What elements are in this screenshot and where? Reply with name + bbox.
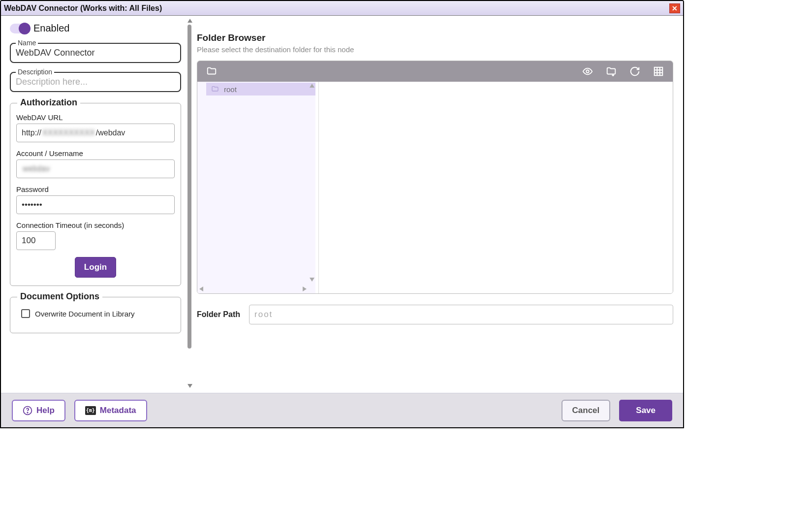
webdav-url-label: WebDAV URL (16, 113, 175, 122)
tree-scroll-up-icon (310, 84, 314, 88)
username-value: webdav (23, 164, 50, 173)
webdav-url-field: WebDAV URL http:// XXXXXXXXXX /webdav (16, 113, 175, 142)
browser-toolbar (197, 61, 673, 82)
cancel-label: Cancel (572, 406, 600, 415)
toggle-knob (19, 23, 31, 34)
url-redacted: XXXXXXXXXX (42, 128, 95, 137)
folder-browser-subtitle: Please select the destination folder for… (197, 45, 673, 54)
svg-point-2 (27, 412, 28, 413)
password-label: Password (16, 185, 175, 193)
tree-item-root[interactable]: root (206, 83, 315, 95)
timeout-label: Connection Timeout (in seconds) (16, 221, 175, 229)
scroll-down-icon (187, 384, 192, 388)
metadata-icon: {m} (85, 406, 96, 415)
new-folder-icon[interactable] (602, 62, 621, 81)
description-input[interactable] (16, 77, 175, 87)
close-button[interactable]: ✕ (669, 3, 680, 13)
authorization-legend: Authorization (17, 97, 80, 108)
folder-browser: root (197, 61, 673, 294)
scroll-up-icon (187, 19, 192, 23)
enabled-toggle[interactable] (10, 24, 30, 33)
login-button[interactable]: Login (75, 257, 116, 278)
password-input[interactable] (16, 195, 175, 214)
enabled-toggle-row: Enabled (10, 23, 181, 34)
detail-pane (318, 82, 673, 293)
document-options-legend: Document Options (17, 291, 102, 302)
username-input[interactable]: webdav (16, 159, 175, 178)
tree-scroll-right-icon (303, 286, 307, 291)
webdav-url-input[interactable]: http:// XXXXXXXXXX /webdav (16, 124, 175, 142)
name-field[interactable]: Name (10, 43, 181, 63)
name-input[interactable] (16, 48, 175, 58)
folder-path-input[interactable] (249, 305, 673, 324)
window-title: WebDAV Connector (Works with: All Files) (4, 4, 162, 13)
enabled-label: Enabled (33, 23, 69, 34)
left-panel: Enabled Name Description Authorization W… (1, 16, 187, 393)
timeout-input[interactable] (16, 231, 56, 250)
name-legend: Name (16, 39, 38, 47)
authorization-group: Authorization WebDAV URL http:// XXXXXXX… (10, 103, 181, 286)
tree-scroll-left-icon (199, 286, 203, 291)
overwrite-row: Overwrite Document in Library (21, 309, 175, 318)
password-field: Password (16, 185, 175, 214)
eye-icon[interactable] (578, 62, 597, 81)
url-suffix: /webdav (96, 128, 125, 137)
refresh-icon[interactable] (625, 62, 644, 81)
description-field[interactable]: Description (10, 72, 181, 92)
browser-body: root (197, 82, 673, 293)
username-label: Account / Username (16, 149, 175, 158)
svg-point-0 (586, 70, 589, 73)
timeout-field: Connection Timeout (in seconds) (16, 221, 175, 250)
help-button[interactable]: Help (12, 400, 65, 421)
tree-item-label: root (224, 85, 237, 94)
tree-scroll-down-icon (310, 278, 314, 282)
help-label: Help (36, 406, 55, 415)
metadata-label: Metadata (100, 406, 136, 415)
help-icon (23, 406, 32, 415)
left-scrollbar[interactable] (187, 19, 193, 388)
overwrite-checkbox[interactable] (21, 309, 30, 318)
right-panel: Folder Browser Please select the destina… (187, 16, 683, 393)
overwrite-label: Overwrite Document in Library (35, 310, 135, 318)
close-icon: ✕ (672, 4, 678, 12)
save-button[interactable]: Save (619, 400, 672, 421)
metadata-button[interactable]: {m} Metadata (74, 400, 147, 421)
scroll-thumb[interactable] (187, 25, 191, 349)
cancel-button[interactable]: Cancel (562, 400, 611, 421)
content-area: Enabled Name Description Authorization W… (1, 16, 683, 393)
footer: Help {m} Metadata Cancel Save (1, 393, 683, 427)
folder-icon (210, 85, 220, 93)
username-field: Account / Username webdav (16, 149, 175, 178)
titlebar: WebDAV Connector (Works with: All Files)… (1, 1, 683, 16)
tree-pane: root (197, 82, 315, 293)
grid-icon[interactable] (649, 62, 668, 81)
folder-path-row: Folder Path (197, 305, 673, 324)
folder-browser-title: Folder Browser (197, 32, 673, 43)
url-prefix: http:// (22, 128, 41, 137)
document-options-group: Document Options Overwrite Document in L… (10, 297, 181, 333)
description-legend: Description (16, 68, 54, 76)
folder-path-label: Folder Path (197, 310, 240, 319)
folder-icon[interactable] (202, 62, 221, 81)
